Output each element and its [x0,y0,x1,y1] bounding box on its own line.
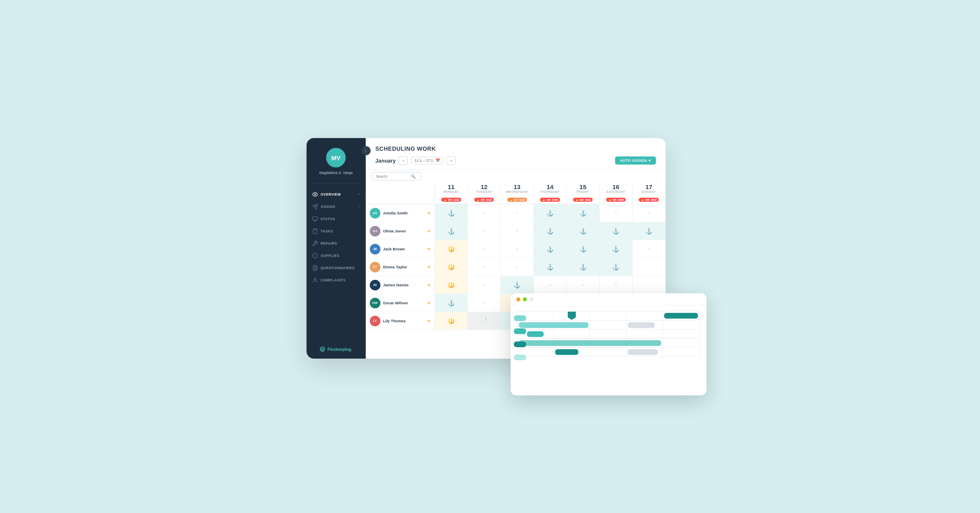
sidebar-item-complaints[interactable]: COMPLAINTS [307,274,366,286]
day-badge-12: 🔥 5/5 0/42 [474,198,494,202]
cell-jack-17[interactable]: ≈ [633,240,666,258]
gantt-bar [519,340,662,346]
person-row-oscar: OW Oscar Wilson ★ [366,294,435,312]
yellow-task-icon: 🔱 [448,282,455,288]
cell-emma-14[interactable]: ⚓ [534,258,567,276]
cell-james-12[interactable]: ≈ [468,276,501,294]
cell-emma-17[interactable] [633,258,666,276]
wave-icon: ≈ [516,265,518,269]
month-navigation: January ‹ 11.1. - 17.1. 📅 › [376,156,456,165]
cell-emma-16[interactable]: ⚓ [600,258,633,276]
sidebar-item-status[interactable]: STATUS [307,213,366,225]
gantt-cell [627,329,663,338]
cell-jack-16[interactable]: ⚓ [600,240,633,258]
wave-icon: ≈ [483,247,485,251]
gantt-cell [663,311,699,320]
cell-olivia-15[interactable]: ⚓ [567,222,600,240]
search-row: 🔍 [366,170,666,181]
cell-jack-11[interactable]: 🔱 [435,240,468,258]
star-lily[interactable]: ★ [427,319,431,323]
cell-olivia-13[interactable]: ≈ [501,222,534,240]
person-row-james: JD James Davies ★ [366,276,435,294]
cell-amelia-15[interactable]: ⚓ [567,204,600,222]
day-header-14: 14 THURSDAY 🔥 4/5 0/30 [534,181,567,204]
cell-james-15[interactable]: ≈ [567,276,600,294]
cell-emma-15[interactable]: ⚓ [567,258,600,276]
cell-amelia-16[interactable]: ≈ [600,204,633,222]
cell-amelia-12[interactable]: ≈ [468,204,501,222]
sidebar-item-overview[interactable]: OVERVIEW › [307,188,366,201]
flexkeeping-logo-icon [320,346,325,352]
dropdown-arrow-icon: ▾ [649,158,651,163]
cell-emma-13[interactable]: ≈ [501,258,534,276]
task-icon: ⚓ [612,228,619,234]
collapse-button[interactable]: ‹ [362,146,371,155]
star-james[interactable]: ★ [427,283,431,287]
search-input[interactable] [376,174,409,178]
star-oscar[interactable]: ★ [427,301,431,305]
gantt-bar [628,349,658,355]
gantt-cell [590,311,627,320]
task-icon: ⚓ [547,264,553,270]
sidebar-item-repairs[interactable]: REPAIRS [307,237,366,250]
person-name-emma: Emma Taylor [383,265,424,269]
nav-arrow: › [358,192,360,196]
gantt-cell [554,329,590,338]
sidebar-item-tasks[interactable]: TASKS [307,225,366,237]
cell-amelia-14[interactable]: ⚓ [534,204,567,222]
cell-amelia-11[interactable]: ⚓ [435,204,468,222]
star-emma[interactable]: ★ [427,265,431,269]
next-week-button[interactable]: › [447,156,456,165]
cell-jack-15[interactable]: ⚓ [567,240,600,258]
star-amelia[interactable]: ★ [427,211,431,215]
cell-olivia-16[interactable]: ⚓ [600,222,633,240]
cell-oscar-12[interactable]: ≈ [468,294,501,312]
date-range-picker[interactable]: 11.1. - 17.1. 📅 [411,157,443,164]
cell-amelia-13[interactable]: ≈ [501,204,534,222]
gantt-cell [590,329,627,338]
person-row-emma: ET Emma Taylor ★ [366,258,435,276]
cell-jack-12[interactable]: ≈ [468,240,501,258]
cell-lily-12[interactable]: 📄 [468,312,501,330]
eye-icon [312,192,318,197]
yellow-task-icon: 🔱 [448,264,455,270]
cell-james-14[interactable]: ≈ [534,276,567,294]
sidebar-item-assign[interactable]: ASSIGN › [307,201,366,213]
cell-james-11[interactable]: 🔱 [435,276,468,294]
cell-lily-11[interactable]: 🔱 [435,312,468,330]
cell-olivia-17[interactable]: ⚓ [633,222,666,240]
gantt-left-bar [514,355,526,360]
cell-oscar-11[interactable]: ⚓ [435,294,468,312]
yellow-task-icon: 🔱 [448,318,455,324]
cell-jack-13[interactable]: ≈ [501,240,534,258]
star-olivia[interactable]: ★ [427,229,431,233]
wrench-icon [312,241,318,246]
cell-olivia-11[interactable]: ⚓ [435,222,468,240]
wave-icon: ≈ [483,283,485,287]
sidebar-item-questionnaires[interactable]: QUESTIONNAIRES [307,262,366,274]
cell-jack-14[interactable]: ⚓ [534,240,567,258]
day-badge-14: 🔥 4/5 0/30 [540,198,560,202]
auto-assign-button[interactable]: AUTO ASSIGN ▾ [615,156,656,165]
gantt-cell [554,347,590,356]
gantt-cell [663,338,699,347]
wave-icon: ≈ [516,211,518,215]
task-icon: ⚓ [580,246,587,252]
cell-amelia-17[interactable]: ≈ [633,204,666,222]
wave-icon: ≈ [582,283,584,287]
gantt-bar [664,313,698,319]
cell-james-17[interactable] [633,276,666,294]
file-text-icon [312,265,318,271]
sidebar-item-supplies[interactable]: SUPPLIES [307,250,366,262]
wave-icon: ≈ [483,265,485,269]
cell-olivia-12[interactable]: ≈ [468,222,501,240]
star-jack[interactable]: ★ [427,247,431,251]
cell-james-16[interactable]: ≈ [600,276,633,294]
cell-emma-12[interactable]: ≈ [468,258,501,276]
gantt-left-panel [511,314,529,362]
cell-james-13[interactable]: ⚓ [501,276,534,294]
prev-week-button[interactable]: ‹ [399,156,408,165]
cell-olivia-14[interactable]: ⚓ [534,222,567,240]
traffic-dot-yellow [516,297,520,301]
cell-emma-11[interactable]: 🔱 [435,258,468,276]
